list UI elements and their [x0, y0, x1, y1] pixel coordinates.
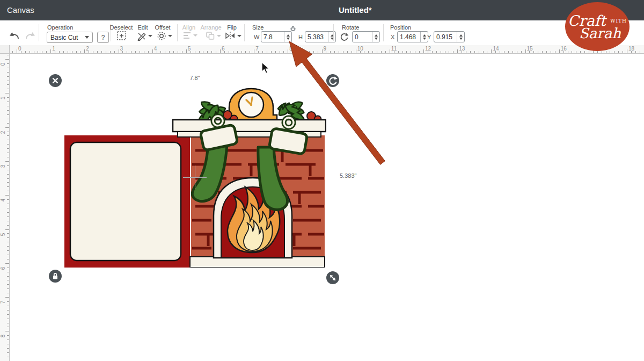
ruler-tick-v: [7, 335, 9, 336]
delete-handle[interactable]: [49, 74, 62, 87]
ruler-tick-h: [533, 51, 534, 53]
ruler-tick-h: [555, 51, 555, 53]
stepper-down-icon: [423, 38, 426, 40]
ruler-tick-h: [564, 51, 564, 53]
ruler-number: 7: [0, 297, 6, 308]
height-input[interactable]: [305, 32, 328, 42]
width-stepper[interactable]: [284, 32, 291, 42]
aspect-lock-icon[interactable]: [289, 25, 297, 32]
chevron-down-icon: [85, 36, 89, 39]
logo-with: with: [610, 18, 627, 24]
flip-button[interactable]: [225, 31, 241, 40]
ruler-tick-h: [411, 51, 411, 53]
height-stepper[interactable]: [328, 32, 335, 42]
lock-icon: [49, 270, 62, 283]
ruler-tick-h: [131, 51, 131, 53]
ruler-tick-v: [7, 204, 9, 204]
ruler-tick-h: [584, 51, 585, 53]
ruler-tick-h: [517, 51, 517, 53]
ruler-tick-h: [504, 51, 504, 53]
ruler-tick-h: [449, 51, 449, 53]
ruler-corner: [0, 45, 10, 54]
ruler-tick-h: [352, 51, 352, 53]
deselect-button[interactable]: [117, 31, 126, 40]
ruler-tick-h: [25, 51, 26, 53]
ruler-tick-h: [160, 51, 161, 53]
ruler-tick-v: [5, 263, 9, 264]
ruler-tick-h: [419, 51, 420, 53]
rotate-input[interactable]: [353, 32, 372, 42]
ruler-tick-h: [368, 51, 369, 53]
rotate-stepper[interactable]: [372, 32, 379, 42]
ruler-tick-h: [441, 51, 441, 53]
ruler-tick-h: [483, 51, 484, 53]
ruler-tick-v: [7, 323, 9, 323]
ruler-tick-h: [597, 51, 598, 53]
arrange-button[interactable]: [206, 31, 221, 40]
edit-button[interactable]: [137, 31, 152, 41]
ruler-tick-v: [7, 293, 9, 293]
x-position-field: [397, 31, 428, 42]
ruler-tick-h: [415, 51, 415, 53]
ruler-tick-h: [334, 51, 335, 53]
ruler-tick-h: [330, 51, 331, 53]
ruler-tick-h: [618, 51, 619, 53]
y-position-input[interactable]: [434, 32, 457, 42]
ruler-tick-h: [195, 51, 195, 53]
ruler-tick-v: [7, 170, 9, 170]
resize-diagonal-icon: [326, 271, 339, 284]
ruler-tick-h: [55, 51, 55, 53]
ruler-tick-h: [63, 51, 64, 53]
ruler-tick-v: [7, 165, 9, 166]
rotate-handle[interactable]: [326, 74, 339, 87]
ruler-tick-v: [7, 63, 9, 64]
ruler-tick-h: [551, 51, 551, 53]
ruler-tick-h: [50, 49, 51, 53]
ruler-tick-h: [318, 51, 318, 53]
redo-icon[interactable]: [24, 30, 36, 42]
y-field-label: Y: [427, 34, 431, 40]
ruler-tick-v: [7, 221, 9, 221]
x-position-input[interactable]: [398, 32, 420, 42]
ruler-tick-h: [606, 51, 606, 53]
ruler-tick-h: [339, 51, 339, 53]
undo-icon[interactable]: [8, 30, 21, 42]
offset-sun-icon: [157, 31, 166, 41]
ruler-tick-v: [7, 186, 9, 187]
ruler-tick-v: [7, 233, 9, 234]
ruler-tick-h: [76, 51, 77, 53]
align-button[interactable]: [182, 31, 197, 40]
ruler-tick-v: [7, 272, 9, 272]
ruler-tick-v: [7, 225, 9, 226]
ruler-tick-h: [623, 51, 623, 53]
lock-handle[interactable]: [49, 270, 62, 283]
stepper-up-icon: [375, 34, 378, 37]
ruler-tick-h: [572, 51, 572, 53]
ruler-tick-h: [106, 51, 106, 53]
ruler-tick-v: [5, 229, 9, 230]
x-stepper[interactable]: [420, 32, 428, 42]
resize-handle[interactable]: [326, 271, 339, 284]
ruler-tick-v: [5, 195, 9, 196]
ruler-tick-h: [529, 51, 530, 53]
ruler-tick-h: [453, 51, 453, 53]
ruler-tick-h: [245, 51, 246, 53]
ruler-tick-v: [7, 288, 9, 289]
y-stepper[interactable]: [457, 32, 464, 42]
help-button[interactable]: ?: [97, 32, 109, 43]
rotate-icon: [340, 32, 349, 41]
chevron-down-icon: [193, 34, 197, 37]
ruler-tick-h: [610, 51, 610, 53]
ruler-tick-h: [72, 51, 72, 53]
page-title: Canvas: [7, 5, 34, 15]
ruler-tick-h: [148, 51, 149, 53]
ruler-number: 5: [0, 229, 6, 240]
ruler-tick-v: [7, 357, 9, 357]
operation-select[interactable]: Basic Cut: [47, 32, 93, 43]
offset-button[interactable]: [157, 31, 172, 41]
logo-sarah: Sarah: [579, 27, 621, 39]
ruler-tick-h: [360, 51, 361, 53]
width-input[interactable]: [261, 32, 284, 42]
ruler-tick-h: [343, 51, 343, 53]
ruler-tick-v: [7, 114, 9, 115]
